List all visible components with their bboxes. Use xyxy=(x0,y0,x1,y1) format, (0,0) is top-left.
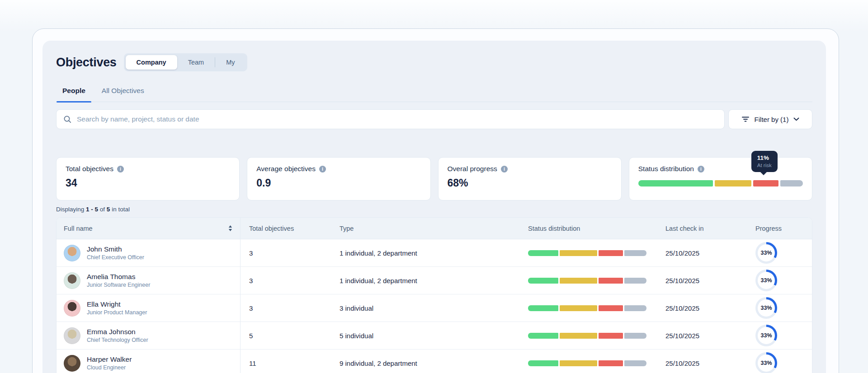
status-segment-on-track xyxy=(528,278,558,284)
chevron-down-icon xyxy=(793,117,799,121)
card-total-objectives: Total objectives i 34 xyxy=(56,157,240,200)
avatar xyxy=(64,327,80,344)
last-check-in-cell: 25/10/2025 xyxy=(656,332,746,340)
info-icon[interactable]: i xyxy=(501,166,508,173)
displaying-summary: Displaying 1 - 5 of 5 in total xyxy=(56,206,812,213)
progress-ring: 33% xyxy=(755,325,777,346)
status-distribution-bar[interactable] xyxy=(528,360,646,366)
status-segment-not-started xyxy=(624,333,646,339)
status-segment-on-track xyxy=(528,250,558,256)
progress-ring: 33% xyxy=(755,297,777,319)
status-segment-behind xyxy=(560,278,597,284)
person-name: Ella Wright xyxy=(87,300,147,308)
progress-value: 33% xyxy=(760,332,772,339)
type-cell: 9 individual, 2 department xyxy=(330,359,519,367)
status-segment-not-started xyxy=(624,360,646,366)
view-tab-my[interactable]: My xyxy=(215,55,245,70)
status-segment-not-started xyxy=(624,250,646,256)
person-role: Chief Executive Officer xyxy=(87,254,144,261)
status-segment-on-track xyxy=(638,180,713,186)
card-value: 68% xyxy=(448,177,612,189)
filter-icon xyxy=(741,116,750,122)
person-name: Amelia Thomas xyxy=(87,273,150,281)
last-check-in-cell: 25/10/2025 xyxy=(656,359,746,367)
column-header-full-name[interactable]: Full name xyxy=(57,225,240,232)
status-distribution-bar[interactable] xyxy=(528,333,646,339)
status-segment-behind xyxy=(560,305,597,311)
table-row[interactable]: Emma Johnson Chief Technology Officer 5 … xyxy=(57,322,812,350)
last-check-in-cell: 25/10/2025 xyxy=(656,249,746,257)
search-box[interactable] xyxy=(56,109,725,129)
avatar xyxy=(64,272,80,289)
status-segment-at-risk xyxy=(753,180,778,186)
status-segment-at-risk xyxy=(599,278,623,284)
total-objectives-cell: 5 xyxy=(240,332,330,340)
info-icon[interactable]: i xyxy=(698,166,704,173)
people-table: Full name Total objectives Type Status d… xyxy=(56,217,812,373)
status-segment-not-started xyxy=(780,180,803,186)
info-icon[interactable]: i xyxy=(117,166,124,173)
info-icon[interactable]: i xyxy=(319,166,326,173)
person-role: Chief Technology Officer xyxy=(87,337,148,343)
view-tab-company[interactable]: Company xyxy=(126,55,177,70)
column-header-type: Type xyxy=(330,225,519,232)
status-segment-on-track xyxy=(528,305,558,311)
total-objectives-cell: 3 xyxy=(240,304,330,312)
last-check-in-cell: 25/10/2025 xyxy=(656,277,746,284)
progress-value: 33% xyxy=(760,250,772,256)
table-row[interactable]: Amelia Thomas Junior Software Engineer 3… xyxy=(57,267,812,294)
search-input[interactable] xyxy=(77,115,717,123)
table-row[interactable]: Harper Walker Cloud Engineer 11 9 indivi… xyxy=(57,350,812,373)
sort-icon[interactable] xyxy=(228,225,233,232)
column-header-total-objectives: Total objectives xyxy=(240,225,330,232)
type-cell: 5 individual xyxy=(330,332,519,340)
status-distribution-bar[interactable] xyxy=(528,250,646,256)
table-row[interactable]: Ella Wright Junior Product Manager 3 3 i… xyxy=(57,294,812,322)
displaying-prefix: Displaying xyxy=(56,206,84,213)
progress-value: 33% xyxy=(760,360,772,366)
status-segment-behind xyxy=(715,180,751,186)
at-risk-tooltip: 11% At risk xyxy=(751,151,778,172)
status-segment-behind xyxy=(560,333,597,339)
search-icon xyxy=(63,115,72,124)
view-tab-team[interactable]: Team xyxy=(177,55,215,70)
person-role: Junior Software Engineer xyxy=(87,282,150,288)
card-label: Average objectives xyxy=(256,165,316,173)
view-switcher: CompanyTeamMy xyxy=(124,53,248,71)
table-body: John Smith Chief Executive Officer 3 1 i… xyxy=(57,239,812,373)
avatar xyxy=(64,245,80,261)
avatar xyxy=(64,300,80,317)
status-distribution-bar[interactable] xyxy=(528,305,646,311)
person-name: John Smith xyxy=(87,245,144,253)
status-segment-on-track xyxy=(528,333,558,339)
card-label: Status distribution xyxy=(638,165,694,173)
card-overall-progress: Overal progress i 68% xyxy=(438,157,622,200)
column-header-status-distribution: Status distribution xyxy=(519,225,656,232)
displaying-suffix: in total xyxy=(112,206,130,213)
displaying-range: 1 - 5 xyxy=(86,206,98,213)
column-header-progress: Progress xyxy=(746,225,812,232)
status-segment-not-started xyxy=(624,278,646,284)
status-segment-at-risk xyxy=(599,333,623,339)
card-label: Total objectives xyxy=(66,165,113,173)
card-value: 0.9 xyxy=(256,177,421,189)
type-cell: 3 individual xyxy=(330,304,519,312)
status-distribution-bar[interactable] xyxy=(528,278,646,284)
progress-value: 33% xyxy=(760,305,772,311)
status-segment-not-started xyxy=(624,305,646,311)
total-objectives-cell: 3 xyxy=(240,249,330,257)
card-value: 34 xyxy=(66,177,230,189)
page-header: Objectives CompanyTeamMy xyxy=(56,53,812,71)
table-row[interactable]: John Smith Chief Executive Officer 3 1 i… xyxy=(57,239,812,267)
column-header-last-check-in: Last check in xyxy=(656,225,746,232)
tab-people[interactable]: People xyxy=(62,87,85,102)
tab-all-objectives[interactable]: All Objectives xyxy=(102,87,144,102)
status-distribution-bar[interactable] xyxy=(638,180,803,186)
tab-bar: PeopleAll Objectives xyxy=(56,87,812,102)
page-title: Objectives xyxy=(56,56,117,70)
avatar xyxy=(64,355,80,372)
filter-button[interactable]: Filter by (1) xyxy=(728,109,812,129)
total-objectives-cell: 3 xyxy=(240,277,330,284)
progress-ring: 33% xyxy=(755,352,777,373)
displaying-total: 5 xyxy=(107,206,110,213)
